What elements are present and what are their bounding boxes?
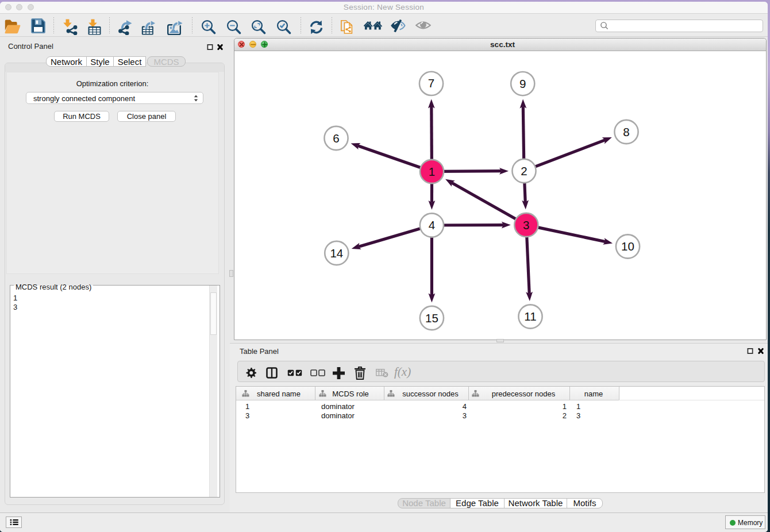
svg-text:4: 4 [429, 218, 435, 232]
svg-text:10: 10 [621, 240, 634, 253]
svg-text:15: 15 [425, 311, 438, 325]
svg-text:7: 7 [428, 76, 434, 90]
svg-text:successor nodes: successor nodes [402, 390, 459, 398]
svg-text:9: 9 [519, 77, 526, 90]
svg-text:predecessor nodes: predecessor nodes [492, 390, 556, 398]
svg-text:14: 14 [330, 246, 343, 260]
svg-text:6: 6 [333, 132, 339, 145]
svg-text:MCDS role: MCDS role [332, 390, 369, 398]
svg-text:shared name: shared name [257, 390, 301, 398]
svg-text:3: 3 [523, 218, 529, 232]
svg-text:name: name [584, 390, 603, 398]
svg-text:11: 11 [524, 310, 536, 323]
svg-text:2: 2 [521, 164, 527, 178]
svg-text:1: 1 [429, 165, 435, 178]
svg-text:8: 8 [623, 125, 629, 138]
